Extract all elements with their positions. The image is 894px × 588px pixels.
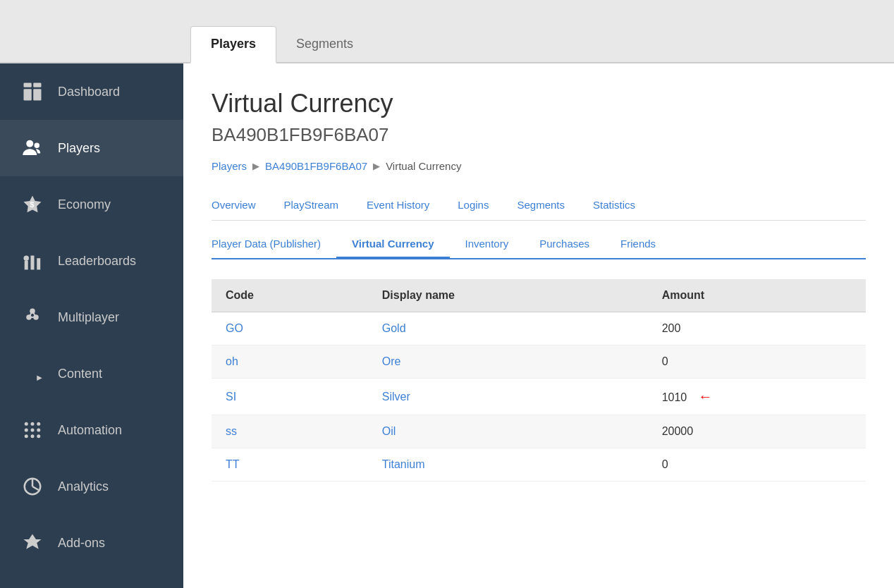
col-amount: Amount [648, 279, 866, 312]
sidebar-label-addons: Add-ons [58, 536, 105, 551]
svg-text:$: $ [30, 200, 35, 209]
tab-segments[interactable]: Segments [276, 27, 373, 63]
nav-tab-segments[interactable]: Segments [503, 192, 579, 220]
cell-amount: 20000 [648, 415, 866, 448]
sidebar-label-content: Content [58, 367, 102, 381]
svg-point-25 [25, 434, 28, 438]
nav-tab-playstream[interactable]: PlayStream [270, 192, 353, 220]
cell-display-name[interactable]: Oil [368, 415, 648, 448]
sub-tabs-row: Player Data (Publisher) Virtual Currency… [212, 231, 866, 259]
sub-tab-friends[interactable]: Friends [605, 231, 671, 259]
svg-point-21 [37, 429, 40, 432]
sidebar-label-multiplayer: Multiplayer [58, 310, 119, 325]
col-code: Code [212, 279, 368, 312]
table-row: TTTitanium0 [212, 448, 866, 482]
cell-code[interactable]: GO [212, 312, 368, 345]
cell-code[interactable]: TT [212, 448, 368, 482]
nav-tab-logins[interactable]: Logins [443, 192, 503, 220]
nav-tab-overview[interactable]: Overview [212, 192, 270, 220]
page-subtitle: BA490B1FB9F6BA07 [212, 124, 866, 146]
cell-amount: 200 [648, 312, 866, 345]
cell-code[interactable]: ss [212, 415, 368, 448]
breadcrumb-sep-1: ▶ [252, 161, 259, 171]
sidebar-label-dashboard: Dashboard [58, 85, 120, 99]
sidebar-item-leaderboards[interactable]: Leaderboards [0, 233, 183, 289]
svg-point-27 [37, 434, 40, 438]
sidebar-label-automation: Automation [58, 423, 122, 438]
cell-amount: 0 [648, 448, 866, 482]
nav-tabs-row: Overview PlayStream Event History Logins… [212, 192, 866, 221]
cell-display-name[interactable]: Ore [368, 345, 648, 379]
analytics-icon [20, 474, 45, 499]
economy-icon: $ [20, 192, 45, 217]
sub-tab-purchases[interactable]: Purchases [524, 231, 605, 259]
cell-display-name[interactable]: Silver [368, 379, 648, 415]
sidebar-label-economy: Economy [58, 197, 111, 212]
sidebar-label-analytics: Analytics [58, 479, 109, 494]
cell-display-name[interactable]: Gold [368, 312, 648, 345]
svg-point-19 [25, 429, 28, 432]
sidebar-item-automation[interactable]: Automation [0, 402, 183, 458]
breadcrumb-players[interactable]: Players [212, 160, 247, 172]
top-tab-bar: Players Segments [0, 0, 894, 63]
content-icon [20, 361, 45, 386]
sidebar-item-content[interactable]: Content [0, 345, 183, 402]
tab-players[interactable]: Players [190, 26, 276, 63]
breadcrumb-sep-2: ▶ [373, 161, 380, 171]
table-row: ssOil20000 [212, 415, 866, 448]
svg-point-20 [31, 429, 35, 432]
table-row: ohOre0 [212, 345, 866, 379]
main-layout: Dashboard Players $ Economy Leaderboards [0, 63, 894, 588]
sub-tab-player-data[interactable]: Player Data (Publisher) [212, 231, 336, 259]
addons-icon [20, 530, 45, 556]
svg-point-5 [35, 143, 40, 149]
leaderboards-icon [20, 248, 45, 274]
cell-display-name[interactable]: Titanium [368, 448, 648, 482]
virtual-currency-table: Code Display name Amount GOGold200ohOre0… [212, 279, 866, 482]
svg-point-24 [37, 422, 40, 426]
arrow-indicator: ← [698, 388, 712, 405]
breadcrumb: Players ▶ BA490B1FB9F6BA07 ▶ Virtual Cur… [212, 160, 866, 172]
table-row: SISilver1010← [212, 379, 866, 415]
breadcrumb-player-id[interactable]: BA490B1FB9F6BA07 [265, 160, 367, 172]
svg-point-11 [24, 256, 30, 262]
col-display-name: Display name [368, 279, 648, 312]
svg-rect-9 [31, 256, 35, 270]
svg-rect-1 [33, 83, 41, 87]
sidebar-item-economy[interactable]: $ Economy [0, 176, 183, 233]
svg-rect-10 [37, 258, 40, 269]
nav-tab-event-history[interactable]: Event History [353, 192, 443, 220]
svg-rect-8 [25, 261, 28, 270]
svg-point-23 [31, 422, 35, 426]
table-row: GOGold200 [212, 312, 866, 345]
content-area: Virtual Currency BA490B1FB9F6BA07 Player… [183, 63, 894, 588]
cell-code[interactable]: SI [212, 379, 368, 415]
sidebar-item-players[interactable]: Players [0, 120, 183, 176]
svg-marker-18 [37, 376, 42, 381]
sidebar-item-multiplayer[interactable]: Multiplayer [0, 289, 183, 345]
sidebar-item-dashboard[interactable]: Dashboard [0, 63, 183, 120]
breadcrumb-current: Virtual Currency [386, 160, 461, 172]
svg-point-4 [26, 140, 33, 147]
dashboard-icon [20, 79, 45, 104]
svg-rect-0 [24, 83, 32, 87]
cell-amount: 0 [648, 345, 866, 379]
sub-tab-inventory[interactable]: Inventory [450, 231, 525, 259]
svg-rect-2 [24, 89, 32, 100]
page-title: Virtual Currency [212, 89, 866, 118]
players-icon [20, 135, 45, 161]
cell-amount: 1010← [648, 379, 866, 415]
svg-point-22 [25, 422, 28, 426]
sidebar-item-addons[interactable]: Add-ons [0, 515, 183, 571]
svg-point-26 [31, 434, 35, 438]
sidebar-label-players: Players [58, 141, 100, 156]
sidebar-label-leaderboards: Leaderboards [58, 254, 136, 269]
svg-rect-3 [33, 89, 41, 100]
table-header-row: Code Display name Amount [212, 279, 866, 312]
sidebar: Dashboard Players $ Economy Leaderboards [0, 63, 183, 588]
nav-tab-statistics[interactable]: Statistics [579, 192, 649, 220]
sidebar-item-analytics[interactable]: Analytics [0, 458, 183, 515]
sub-tab-virtual-currency[interactable]: Virtual Currency [336, 231, 449, 259]
cell-code[interactable]: oh [212, 345, 368, 379]
multiplayer-icon [20, 305, 45, 330]
